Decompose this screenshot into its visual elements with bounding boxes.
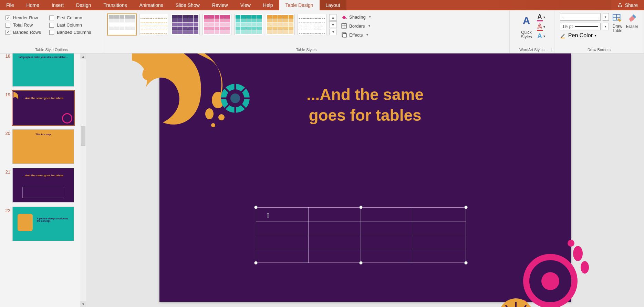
ribbon: Header Row Total Row Banded Rows First C…: [0, 10, 644, 53]
resize-handle[interactable]: [359, 206, 363, 209]
slide-title[interactable]: ...And the same goes for tables: [159, 85, 571, 126]
gallery-more-button[interactable]: ▾: [329, 29, 337, 35]
tab-transitions[interactable]: Transitions: [97, 0, 133, 10]
resize-handle[interactable]: [464, 261, 468, 265]
slide-thumbnail[interactable]: 22 A picture always reinforces the conce…: [0, 205, 75, 243]
check-header-row[interactable]: Header Row: [6, 15, 41, 20]
check-total-row[interactable]: Total Row: [6, 22, 41, 28]
style-options-col2: First Column Last Column Banded Columns: [49, 13, 91, 35]
slide-preview: A picture always reinforces the concept: [12, 207, 74, 241]
checkbox-icon: [49, 30, 54, 35]
checkbox-icon: [49, 16, 54, 20]
check-banded-rows[interactable]: Banded Rows: [6, 30, 41, 35]
chevron-down-icon: ▾: [366, 33, 368, 37]
table-style-thumb[interactable]: [266, 14, 295, 35]
table-style-thumb[interactable]: [234, 14, 263, 35]
text-fill-button[interactable]: A▾: [537, 13, 545, 21]
resize-handle[interactable]: [254, 261, 258, 265]
tab-animations[interactable]: Animations: [133, 0, 169, 10]
gallery-down-button[interactable]: ▼: [329, 21, 337, 28]
tab-home[interactable]: Home: [20, 0, 45, 10]
chevron-down-icon: ▾: [543, 25, 545, 29]
slide-thumbnail[interactable]: 18 Infographics make your idea understab…: [0, 53, 75, 89]
share-button[interactable]: Share: [611, 0, 644, 10]
resize-handle[interactable]: [359, 261, 363, 265]
shading-borders-effects: Shading▾ Borders▾ Effects▾: [340, 12, 372, 39]
table-object[interactable]: I: [256, 207, 466, 263]
check-last-column[interactable]: Last Column: [49, 22, 91, 28]
draw-table-button[interactable]: Draw Table: [612, 12, 623, 33]
svg-point-0: [346, 18, 347, 19]
table-style-thumb[interactable]: [107, 14, 136, 35]
slide-thumbnail[interactable]: 21 ...And the same goes for tables: [0, 166, 75, 205]
tab-layout[interactable]: Layout: [320, 0, 346, 10]
effects-button[interactable]: Effects▾: [340, 31, 372, 39]
group-table-styles: ▲ ▼ ▾ Shading▾ Borders▾ Effects▾: [103, 10, 510, 53]
thumbnail-pane: 18 Infographics make your idea understab…: [0, 53, 86, 307]
scrollbar-thumb[interactable]: [81, 126, 85, 146]
group-wordart-styles: A Quick Styles A▾ A▾ A▾ WordArt Styles: [510, 10, 554, 53]
slide-table[interactable]: [256, 207, 466, 263]
text-effects-icon: A: [537, 32, 543, 40]
group-label: Table Styles: [106, 47, 507, 53]
slide-preview: ...And the same goes for tables: [12, 168, 74, 202]
svg-point-27: [568, 240, 574, 247]
tab-table-design[interactable]: Table Design: [279, 0, 320, 10]
table-style-thumb[interactable]: [171, 14, 200, 35]
svg-rect-3: [343, 33, 346, 37]
group-label: Table Style Options: [3, 47, 100, 53]
borders-button[interactable]: Borders▾: [340, 22, 372, 30]
tab-file[interactable]: File: [0, 0, 20, 10]
shading-button[interactable]: Shading▾: [340, 13, 372, 21]
slide-thumbnail[interactable]: 19 ...And the same goes for tables: [0, 89, 75, 127]
pen-style-dropdown[interactable]: ▾: [560, 13, 609, 21]
slide-thumbnail[interactable]: 20 This is a map: [0, 127, 75, 166]
menu-bar: File Home Insert Design Transitions Anim…: [0, 0, 644, 10]
thumbnail-list[interactable]: 18 Infographics make your idea understab…: [0, 53, 80, 307]
quick-styles-button[interactable]: A Quick Styles: [519, 12, 534, 39]
slide-editor[interactable]: ...And the same goes for tables I: [86, 53, 644, 307]
tab-review[interactable]: Review: [206, 0, 234, 10]
group-draw-borders: ▾ 1½ pt▾ Pen Color▾ Draw Table Eraser Dr…: [554, 10, 644, 53]
pen-icon: [560, 32, 566, 39]
eraser-button[interactable]: Eraser: [626, 12, 638, 29]
thumbnail-scrollbar[interactable]: ▲ ▼: [80, 53, 86, 307]
check-first-column[interactable]: First Column: [49, 15, 91, 20]
check-banded-columns[interactable]: Banded Columns: [49, 30, 91, 35]
draw-table-icon: [612, 12, 623, 23]
slide-preview: Infographics make your idea understable.…: [12, 53, 74, 87]
tab-help[interactable]: Help: [257, 0, 279, 10]
style-options-col1: Header Row Total Row Banded Rows: [6, 13, 41, 35]
borders-icon: [341, 23, 347, 29]
pen-settings: ▾ 1½ pt▾ Pen Color▾: [560, 12, 609, 39]
scroll-up-button[interactable]: ▲: [80, 53, 86, 59]
share-label: Share: [625, 2, 638, 8]
tab-view[interactable]: View: [234, 0, 257, 10]
table-style-thumb[interactable]: [298, 14, 326, 35]
eraser-icon: [626, 12, 638, 23]
pen-weight-dropdown[interactable]: 1½ pt▾: [560, 23, 609, 30]
tab-slide-show[interactable]: Slide Show: [169, 0, 206, 10]
text-outline-button[interactable]: A▾: [537, 23, 545, 31]
gallery-up-button[interactable]: ▲: [329, 14, 337, 21]
text-cursor-icon: I: [267, 211, 269, 220]
group-table-style-options: Header Row Total Row Banded Rows First C…: [0, 10, 103, 53]
table-style-thumb[interactable]: [139, 14, 168, 35]
chevron-down-icon: ▾: [543, 34, 545, 38]
tab-insert[interactable]: Insert: [45, 0, 70, 10]
resize-handle[interactable]: [254, 206, 258, 209]
text-effects-button[interactable]: A▾: [537, 32, 545, 40]
checkbox-icon: [6, 30, 10, 35]
svg-point-25: [573, 246, 583, 261]
chevron-down-icon: ▾: [603, 23, 609, 30]
scroll-down-button[interactable]: ▼: [80, 301, 86, 307]
table-style-thumb[interactable]: [202, 14, 231, 35]
pen-color-button[interactable]: Pen Color▾: [560, 32, 609, 39]
group-label: Draw Borders: [557, 47, 641, 53]
chevron-down-icon: ▾: [369, 15, 371, 19]
slide-canvas[interactable]: ...And the same goes for tables I: [159, 53, 571, 302]
resize-handle[interactable]: [464, 206, 468, 209]
decorative-flower-icon: [478, 222, 595, 307]
tab-design[interactable]: Design: [70, 0, 97, 10]
group-label: WordArt Styles: [512, 47, 551, 53]
